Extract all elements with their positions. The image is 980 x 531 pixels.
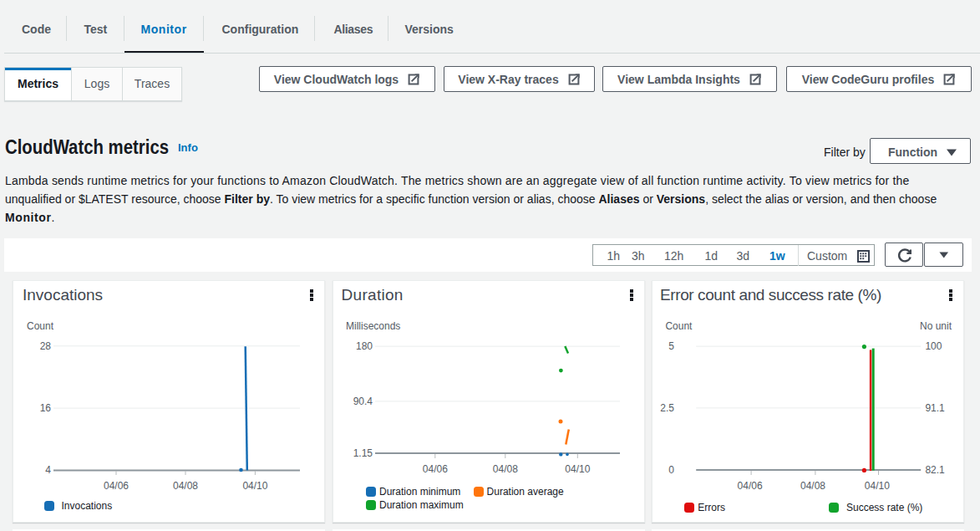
svg-text:04/06: 04/06 — [738, 480, 763, 492]
svg-text:04/10: 04/10 — [865, 480, 890, 492]
svg-text:04/10: 04/10 — [565, 463, 590, 475]
svg-text:4: 4 — [45, 464, 51, 476]
svg-text:2.5: 2.5 — [660, 402, 674, 414]
svg-text:04/08: 04/08 — [800, 480, 825, 492]
svg-text:Count: Count — [27, 320, 54, 332]
svg-text:16: 16 — [40, 402, 52, 414]
svg-text:04/06: 04/06 — [423, 463, 448, 475]
svg-text:100: 100 — [925, 340, 942, 352]
svg-text:Count: Count — [665, 320, 693, 332]
svg-text:04/08: 04/08 — [493, 463, 518, 475]
svg-text:04/10: 04/10 — [242, 480, 267, 492]
svg-text:04/08: 04/08 — [173, 480, 198, 492]
svg-text:82.1: 82.1 — [925, 464, 945, 476]
svg-text:1.15: 1.15 — [353, 447, 373, 459]
svg-text:0: 0 — [668, 464, 674, 476]
svg-text:180: 180 — [356, 340, 373, 352]
svg-text:5: 5 — [668, 340, 674, 352]
svg-text:90.4: 90.4 — [353, 396, 373, 407]
svg-text:04/06: 04/06 — [104, 480, 129, 492]
svg-text:Milliseconds: Milliseconds — [346, 320, 400, 332]
svg-text:No unit: No unit — [920, 320, 952, 332]
svg-text:28: 28 — [40, 340, 52, 352]
svg-text:91.1: 91.1 — [925, 402, 945, 414]
